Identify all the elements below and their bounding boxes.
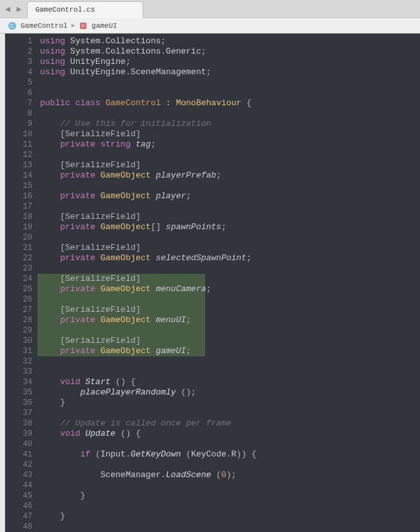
code-line[interactable]: private GameObject[] spawnPoints; [37, 222, 420, 232]
code-line[interactable]: // Update is called once per frame [37, 418, 420, 429]
code-line[interactable]: } [37, 491, 420, 501]
code-line[interactable]: [SerializeField] [37, 274, 205, 284]
svg-text:F: F [82, 23, 85, 29]
code-line[interactable] [37, 325, 205, 336]
code-line[interactable] [37, 460, 420, 470]
code-line[interactable] [37, 108, 420, 119]
code-line[interactable] [37, 232, 420, 243]
code-line[interactable]: } [37, 511, 420, 522]
line-number: 28 [5, 315, 37, 325]
code-area[interactable]: using System.Collections;using System.Co… [37, 34, 420, 532]
code-line[interactable]: using System.Collections.Generic; [37, 46, 420, 57]
nav-back-icon[interactable]: ◀ [5, 4, 10, 14]
code-line[interactable] [37, 408, 420, 418]
code-line[interactable]: SceneManager.LoadScene (0); [37, 470, 420, 480]
code-line[interactable]: [SerializeField] [37, 336, 205, 346]
code-line[interactable]: [SerializeField] [37, 305, 205, 315]
code-line[interactable]: using UnityEngine; [37, 57, 420, 67]
breadcrumb: C GameControl ▶ F gameUI [0, 18, 420, 34]
code-line[interactable] [37, 501, 420, 511]
line-number: 44 [5, 480, 37, 491]
code-line[interactable]: private string tag; [37, 139, 420, 150]
code-line[interactable] [37, 150, 420, 160]
line-number: 6 [5, 88, 37, 98]
code-line[interactable]: private GameObject playerPrefab; [37, 170, 420, 181]
line-number: 29 [5, 325, 37, 336]
code-line[interactable]: void Start () { [37, 377, 420, 387]
line-number: 27 [5, 305, 37, 315]
code-line[interactable]: public class GameControl : MonoBehaviour… [37, 98, 420, 108]
code-line[interactable] [37, 439, 420, 449]
code-line[interactable]: if (Input.GetKeyDown (KeyCode.R)) { [37, 449, 420, 460]
line-number: 35 [5, 387, 37, 398]
line-number: 7 [5, 98, 37, 108]
code-line[interactable]: using UnityEngine.SceneManagement; [37, 67, 420, 77]
line-number: 18 [5, 212, 37, 222]
breadcrumb-separator-icon: ▶ [72, 22, 75, 29]
line-number: 25 [5, 284, 37, 294]
line-number: 38 [5, 418, 37, 429]
line-number: 13 [5, 160, 37, 170]
code-line[interactable]: private GameObject gameUI; [37, 346, 205, 356]
line-number: 15 [5, 181, 37, 191]
line-number: 10 [5, 129, 37, 139]
line-number: 45 [5, 491, 37, 501]
code-line[interactable]: placePlayerRandomly (); [37, 387, 420, 398]
code-line[interactable] [37, 522, 420, 532]
line-number: 43 [5, 470, 37, 480]
code-line[interactable] [37, 356, 420, 367]
code-line[interactable] [37, 88, 420, 98]
tab-bar: ◀ ▶ GameControl.cs [0, 0, 420, 18]
code-line[interactable]: [SerializeField] [37, 129, 420, 139]
code-line[interactable] [37, 201, 420, 212]
line-number: 9 [5, 119, 37, 129]
nav-arrows: ◀ ▶ [0, 4, 27, 14]
line-number: 39 [5, 429, 37, 439]
line-number: 1 [5, 36, 37, 46]
line-number: 5 [5, 77, 37, 88]
line-number: 32 [5, 356, 37, 367]
line-number: 40 [5, 439, 37, 449]
file-tab-label: GameControl.cs [35, 6, 95, 14]
code-line[interactable]: private GameObject selectedSpawnPoint; [37, 253, 420, 263]
class-icon: C [8, 21, 17, 30]
code-line[interactable] [37, 77, 420, 88]
line-number: 31 [5, 346, 37, 356]
line-number: 21 [5, 243, 37, 253]
breadcrumb-class[interactable]: GameControl [21, 22, 68, 30]
line-number: 34 [5, 377, 37, 387]
line-number: 42 [5, 460, 37, 470]
code-line[interactable]: [SerializeField] [37, 212, 420, 222]
code-line[interactable]: using System.Collections; [37, 36, 420, 46]
code-line[interactable] [37, 294, 205, 305]
line-number: 23 [5, 263, 37, 274]
code-line[interactable]: void Update () { [37, 429, 420, 439]
code-line[interactable]: // Use this for initialization [37, 119, 420, 129]
code-line[interactable] [37, 367, 420, 377]
code-line[interactable]: } [37, 398, 420, 408]
line-number: 2 [5, 46, 37, 57]
breadcrumb-member[interactable]: gameUI [92, 22, 117, 30]
svg-text:C: C [10, 23, 15, 29]
code-line[interactable] [37, 263, 420, 274]
code-line[interactable]: [SerializeField] [37, 160, 420, 170]
file-tab[interactable]: GameControl.cs [27, 1, 143, 18]
line-number: 16 [5, 191, 37, 201]
line-number: 33 [5, 367, 37, 377]
line-number: 19 [5, 222, 37, 232]
code-line[interactable] [37, 181, 420, 191]
line-number-gutter: 1234567891011121314151617181920212223242… [5, 34, 37, 532]
line-number: 22 [5, 253, 37, 263]
line-number: 8 [5, 108, 37, 119]
nav-forward-icon[interactable]: ▶ [17, 4, 22, 14]
code-editor[interactable]: 1234567891011121314151617181920212223242… [0, 34, 420, 532]
code-line[interactable]: private GameObject menuUI; [37, 315, 205, 325]
left-scroll-strip[interactable] [0, 34, 5, 532]
line-number: 3 [5, 57, 37, 67]
code-line[interactable]: private GameObject player; [37, 191, 420, 201]
code-line[interactable]: [SerializeField] [37, 243, 420, 253]
code-line[interactable]: private GameObject menuCamera; [37, 284, 205, 294]
line-number: 47 [5, 511, 37, 522]
code-line[interactable] [37, 480, 420, 491]
line-number: 48 [5, 522, 37, 532]
